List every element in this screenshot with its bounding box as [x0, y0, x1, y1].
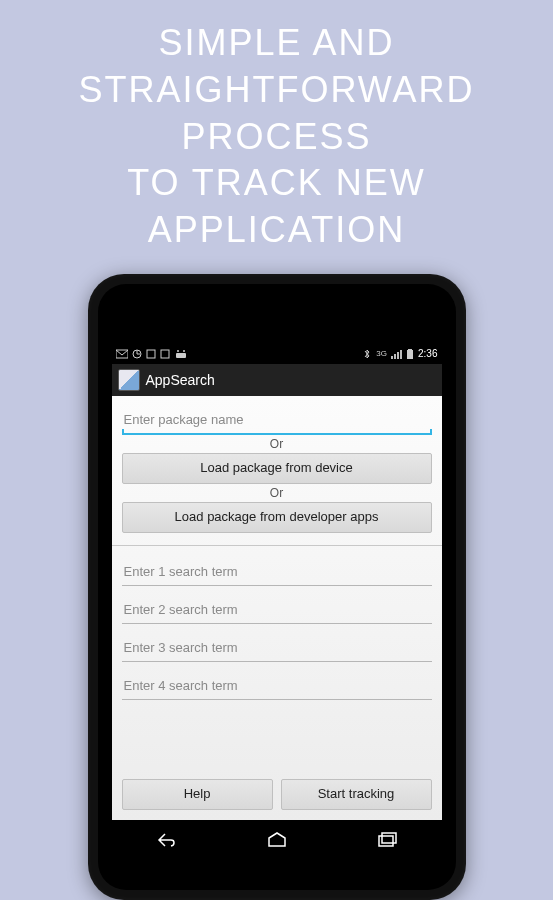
phone-inner: 3G 2:36 AppSearch Or Load package from d… — [98, 284, 456, 890]
package-name-input[interactable] — [122, 406, 432, 435]
search-term-2-input[interactable] — [122, 596, 432, 624]
box-icon — [146, 349, 156, 359]
svg-point-5 — [177, 350, 179, 352]
status-time: 2:36 — [418, 348, 437, 359]
recents-icon[interactable] — [375, 831, 399, 849]
package-section: Or Load package from device Or Load pack… — [122, 402, 432, 537]
main-content: Or Load package from device Or Load pack… — [112, 396, 442, 820]
promo-line-2: STRAIGHTFORWARD PROCESS — [0, 67, 553, 161]
phone-screen: 3G 2:36 AppSearch Or Load package from d… — [112, 344, 442, 820]
app-icon — [118, 369, 140, 391]
svg-rect-3 — [161, 350, 169, 358]
status-bar: 3G 2:36 — [112, 344, 442, 364]
promo-line-3: TO TRACK NEW APPLICATION — [0, 160, 553, 254]
search-terms-section — [122, 554, 432, 704]
or-label-2: Or — [122, 486, 432, 500]
status-bar-left — [116, 349, 188, 359]
svg-rect-8 — [408, 349, 412, 350]
search-term-1-input[interactable] — [122, 558, 432, 586]
signal-icon — [391, 349, 402, 359]
svg-point-6 — [183, 350, 185, 352]
home-icon[interactable] — [265, 831, 289, 849]
box-icon-2 — [160, 349, 170, 359]
svg-rect-9 — [379, 836, 393, 846]
svg-rect-2 — [147, 350, 155, 358]
battery-icon — [406, 349, 414, 359]
search-term-3-input[interactable] — [122, 634, 432, 662]
promo-line-1: SIMPLE AND — [0, 20, 553, 67]
sync-icon — [132, 349, 142, 359]
load-from-device-button[interactable]: Load package from device — [122, 453, 432, 484]
load-from-developer-button[interactable]: Load package from developer apps — [122, 502, 432, 533]
android-icon — [174, 349, 188, 359]
help-button[interactable]: Help — [122, 779, 273, 810]
bottom-button-row: Help Start tracking — [122, 779, 432, 814]
status-bar-right: 3G 2:36 — [362, 348, 437, 359]
bluetooth-icon — [362, 349, 372, 359]
back-icon[interactable] — [155, 831, 179, 849]
or-label-1: Or — [122, 437, 432, 451]
svg-rect-10 — [382, 833, 396, 843]
app-title: AppSearch — [146, 372, 215, 388]
phone-frame: 3G 2:36 AppSearch Or Load package from d… — [88, 274, 466, 900]
section-divider — [112, 545, 442, 546]
search-term-4-input[interactable] — [122, 672, 432, 700]
start-tracking-button[interactable]: Start tracking — [281, 779, 432, 810]
data-label: 3G — [376, 349, 387, 358]
android-nav-bar — [112, 820, 442, 860]
promo-heading: SIMPLE AND STRAIGHTFORWARD PROCESS TO TR… — [0, 20, 553, 254]
action-bar: AppSearch — [112, 364, 442, 396]
email-icon — [116, 349, 128, 359]
svg-rect-7 — [407, 350, 413, 359]
svg-rect-4 — [176, 353, 186, 358]
